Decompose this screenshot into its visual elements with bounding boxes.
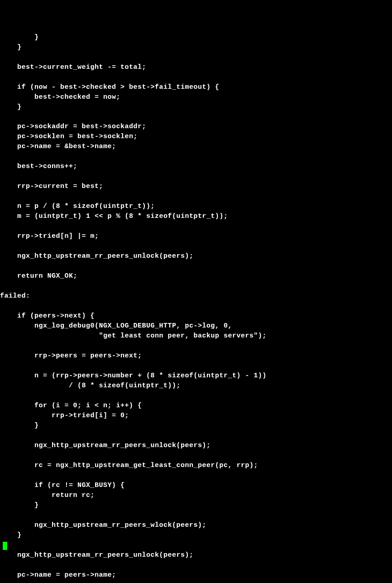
code-line: rrp->tried[i] = 0; (0, 412, 392, 420)
code-line (0, 472, 392, 480)
code-line: n = p / (8 * sizeof(uintptr_t)); (0, 202, 392, 211)
code-line: best->checked = now; (0, 93, 392, 101)
code-line (0, 53, 392, 62)
code-line (0, 222, 392, 231)
code-line: pc->socklen = best->socklen; (0, 133, 392, 141)
code-line: for (i = 0; i < n; i++) { (0, 402, 392, 410)
code-line: failed: (0, 292, 392, 300)
code-line (0, 581, 392, 583)
code-line: if (rc != NGX_BUSY) { (0, 482, 392, 490)
code-line: } (0, 103, 392, 111)
code-line: } (0, 531, 392, 540)
code-line (0, 541, 392, 549)
code-line: return NGX_OK; (0, 272, 392, 280)
code-line: return rc; (0, 491, 392, 500)
code-line: if (peers->next) { (0, 312, 392, 320)
code-line: ngx_http_upstream_rr_peers_unlock(peers)… (0, 252, 392, 260)
code-line: } (0, 34, 392, 42)
text-cursor (3, 542, 7, 550)
code-line: } (0, 501, 392, 510)
code-line: ngx_http_upstream_rr_peers_unlock(peers)… (0, 442, 392, 450)
code-line: rc = ngx_http_upstream_get_least_conn_pe… (0, 462, 392, 470)
code-line: ngx_http_upstream_rr_peers_wlock(peers); (0, 521, 392, 530)
code-line (0, 392, 392, 400)
code-line (0, 242, 392, 251)
code-line (0, 452, 392, 460)
code-line: "get least conn peer, backup servers"); (0, 332, 392, 340)
code-line: } (0, 43, 392, 52)
code-line (0, 282, 392, 290)
code-line: m = (uintptr_t) 1 << p % (8 * sizeof(uin… (0, 212, 392, 221)
code-line (0, 113, 392, 121)
code-line (0, 362, 392, 370)
code-line (0, 173, 392, 181)
code-line: best->conns++; (0, 163, 392, 171)
code-line: } (0, 422, 392, 430)
code-line (0, 302, 392, 310)
code-line (0, 73, 392, 82)
code-line: pc->name = peers->name; (0, 571, 392, 579)
code-line (0, 193, 392, 201)
code-line (0, 262, 392, 270)
code-line: rrp->peers = peers->next; (0, 352, 392, 360)
code-line (0, 561, 392, 569)
code-line: best->current_weight -= total; (0, 63, 392, 72)
code-line: pc->name = &best->name; (0, 143, 392, 151)
code-line (0, 153, 392, 161)
code-line: pc->sockaddr = best->sockaddr; (0, 123, 392, 131)
code-line: / (8 * sizeof(uintptr_t)); (0, 382, 392, 390)
code-line (0, 342, 392, 350)
code-line: rrp->current = best; (0, 183, 392, 191)
code-line: rrp->tried[n] |= m; (0, 232, 392, 241)
code-line: ngx_log_debug0(NGX_LOG_DEBUG_HTTP, pc->l… (0, 322, 392, 330)
code-line: if (now - best->checked > best->fail_tim… (0, 83, 392, 92)
code-editor[interactable]: } } best->current_weight -= total; if (n… (0, 34, 392, 583)
code-line: ngx_http_upstream_rr_peers_unlock(peers)… (0, 551, 392, 559)
code-line: n = (rrp->peers->number + (8 * sizeof(ui… (0, 372, 392, 380)
code-line (0, 432, 392, 440)
code-line (0, 511, 392, 520)
